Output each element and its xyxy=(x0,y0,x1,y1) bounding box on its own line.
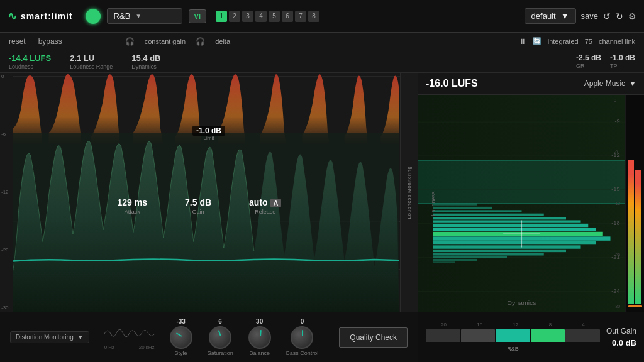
dscale-8: 8 xyxy=(549,322,552,327)
loudness-graph: Dynamics -9 -12 -15 -18 -21 -24 Loudness… xyxy=(418,95,625,312)
attack-control[interactable]: 129 ms Attack xyxy=(118,197,147,215)
saturation-label: Saturation xyxy=(208,350,233,356)
svg-rect-11 xyxy=(433,217,567,219)
distortion-monitoring-dropdown[interactable]: Distortion Monitoring ▼ xyxy=(10,331,89,343)
tp-value: -1.0 dB xyxy=(610,53,635,62)
controls-overlay: 129 ms Attack 7.5 dB Gain auto A Release xyxy=(0,197,399,215)
scale-6: -6 xyxy=(1,132,13,137)
svg-rect-14 xyxy=(433,228,596,231)
limit-value-label: -1.0 dB xyxy=(192,126,225,136)
power-button[interactable] xyxy=(86,9,101,24)
dscale-20: 20 xyxy=(441,322,447,327)
dynamics-scale: 20 16 12 8 4 xyxy=(426,322,600,327)
logo: ∿ smart:limit xyxy=(8,9,73,23)
num-btn-2[interactable]: 2 xyxy=(229,11,240,22)
release-value: auto A xyxy=(249,197,281,207)
top-bar: ∿ smart:limit R&B ▼ VI 1 2 3 4 5 6 7 8 d… xyxy=(0,0,644,33)
stats-bar: -14.4 LUFS Loudness 2.1 LU Loudness Rang… xyxy=(0,50,644,73)
scale-30: -30 xyxy=(1,305,13,310)
gain-control[interactable]: 7.5 dB Gain xyxy=(185,197,211,215)
rnb-label-container: R&B xyxy=(426,342,600,353)
dynamics-label: Dynamics xyxy=(131,63,157,70)
loudness-axis-label: Loudness xyxy=(430,191,436,216)
platform-arrow-icon: ▼ xyxy=(629,79,636,88)
platform-label: Apple Music xyxy=(584,79,625,88)
channel-link-label: channel link xyxy=(599,38,635,45)
dscale-12: 12 xyxy=(513,322,518,327)
num-btn-6[interactable]: 6 xyxy=(282,11,293,22)
pause-icon[interactable]: ⏸ xyxy=(519,37,526,46)
dbar-2 xyxy=(461,329,496,342)
svg-rect-17 xyxy=(433,241,596,244)
stat-tp: -1.0 dB TP xyxy=(610,53,635,69)
style-label: Style xyxy=(175,350,187,356)
mini-waveform xyxy=(104,324,155,343)
gr-label: GR xyxy=(576,63,585,69)
out-gain-label: Out Gain xyxy=(606,327,636,336)
vis-button[interactable]: VI xyxy=(189,9,206,23)
preset-arrow-icon: ▼ xyxy=(135,13,142,19)
toolbar: reset bypass 🎧 constant gain 🎧 delta ⏸ 🔄… xyxy=(0,33,644,50)
preset-value: R&B xyxy=(114,11,131,21)
default-dropdown[interactable]: default ▼ xyxy=(525,8,576,24)
preset-dropdown[interactable]: R&B ▼ xyxy=(107,8,182,24)
balance-knob[interactable] xyxy=(248,326,271,349)
undo-button[interactable]: ↺ xyxy=(603,11,611,21)
settings-icon[interactable]: ⚙ xyxy=(628,11,636,21)
quality-check-button[interactable]: Quality Check xyxy=(339,327,408,348)
redo-button[interactable]: ↻ xyxy=(616,11,623,21)
stats-right: -2.5 dB GR -1.0 dB TP xyxy=(576,53,635,69)
dscale-4: 4 xyxy=(582,322,584,327)
app-title: smart:limit xyxy=(21,11,73,21)
svg-rect-22 xyxy=(433,259,478,261)
bypass-button[interactable]: bypass xyxy=(38,37,62,46)
loudness-monitoring-sidebar[interactable]: Loudness Monitoring xyxy=(400,73,418,312)
svg-rect-12 xyxy=(433,220,581,222)
style-knob[interactable] xyxy=(170,326,192,349)
loudness-range-value: 2.1 LU xyxy=(70,53,94,63)
release-label: Release xyxy=(255,209,275,215)
num-btn-7[interactable]: 7 xyxy=(295,11,306,22)
platform-select[interactable]: Apple Music ▼ xyxy=(584,79,636,88)
style-value: -33 xyxy=(176,318,185,325)
gr-value: -2.5 dB xyxy=(576,53,601,62)
rdb-0: 0 xyxy=(614,98,624,102)
balance-value: 30 xyxy=(256,318,263,325)
dscale-16: 16 xyxy=(477,322,482,327)
svg-rect-10 xyxy=(433,214,544,216)
app-container: ∿ smart:limit R&B ▼ VI 1 2 3 4 5 6 7 8 d… xyxy=(0,0,644,362)
dbar-5 xyxy=(565,329,600,342)
num-btn-1[interactable]: 1 xyxy=(216,11,227,22)
loop-icon: 🔄 xyxy=(533,37,541,45)
release-control[interactable]: auto A Release xyxy=(249,197,281,215)
meter-bars xyxy=(628,97,642,304)
integrated-row: integrated xyxy=(548,38,579,45)
left-section: 0 -6 -12 -20 -30 xyxy=(0,73,418,362)
svg-rect-19 xyxy=(433,250,567,252)
distortion-arrow-icon: ▼ xyxy=(77,334,84,341)
svg-rect-18 xyxy=(433,245,581,248)
rdb-6: -6 xyxy=(614,150,624,154)
num-btn-8[interactable]: 8 xyxy=(308,11,319,22)
loudness-label: Loudness xyxy=(9,63,33,70)
saturation-knob[interactable] xyxy=(209,326,231,349)
meter-bar-right xyxy=(635,170,641,304)
headphone-icon: 🎧 xyxy=(125,37,135,46)
right-bottom: 20 16 12 8 4 R&B xyxy=(418,312,644,362)
channel-link-value: 75 xyxy=(585,38,592,45)
scale-left: 0 -6 -12 -20 -30 xyxy=(1,73,13,312)
bottom-controls: Distortion Monitoring ▼ 0 Hz 20 kHz -33 xyxy=(0,312,418,362)
rdb-30: -30 xyxy=(614,304,624,309)
tp-label: TP xyxy=(610,63,618,69)
svg-rect-20 xyxy=(433,253,544,255)
save-button[interactable]: save xyxy=(581,11,598,21)
bass-knob[interactable] xyxy=(291,326,313,349)
headphone-icon-2: 🎧 xyxy=(196,37,205,46)
num-btn-3[interactable]: 3 xyxy=(242,11,253,22)
save-area: default ▼ save ↺ ↻ ⚙ xyxy=(525,8,636,24)
svg-rect-23 xyxy=(433,261,455,263)
reset-button[interactable]: reset xyxy=(9,37,26,46)
num-btn-4[interactable]: 4 xyxy=(255,11,267,22)
content-area: 0 -6 -12 -20 -30 xyxy=(0,73,644,362)
num-btn-5[interactable]: 5 xyxy=(269,11,280,22)
